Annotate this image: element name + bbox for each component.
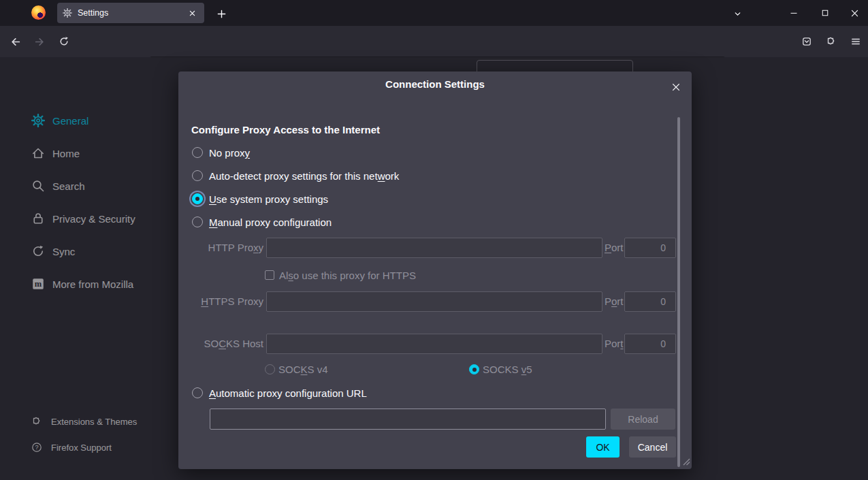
radio-manual-proxy[interactable]: Manual proxy configuration — [192, 215, 332, 229]
share-proxy-checkbox-row: Also use this proxy for HTTPS — [265, 269, 416, 281]
dialog-close-button[interactable] — [668, 79, 684, 95]
radio-label: Automatic proxy configuration URL — [209, 387, 367, 399]
radio-automatic-proxy-url[interactable]: Automatic proxy configuration URL — [192, 386, 367, 400]
radio-auto-detect-proxy[interactable]: Auto-detect proxy settings for this netw… — [192, 169, 399, 182]
radio-label: Use system proxy settings — [209, 193, 328, 205]
pocket-icon[interactable] — [797, 32, 816, 51]
https-port-label: Port — [605, 295, 624, 308]
tab-title: Settings — [78, 8, 108, 18]
dialog-heading: Configure Proxy Access to the Internet — [191, 124, 380, 135]
socks-v4-label: SOCKS v4 — [278, 364, 328, 376]
tab-settings[interactable]: Settings — [57, 3, 204, 23]
cancel-button[interactable]: Cancel — [629, 436, 676, 458]
socks-host-input — [266, 334, 602, 354]
ok-button[interactable]: OK — [586, 436, 620, 458]
socks-v5-label: SOCKS v5 — [483, 364, 532, 376]
firefox-logo-icon — [31, 5, 46, 20]
radio-label: Manual proxy configuration — [209, 217, 332, 228]
radio-circle — [192, 217, 203, 227]
window-minimize-button[interactable] — [778, 0, 809, 26]
reload-button[interactable] — [54, 32, 74, 51]
http-proxy-label: HTTP Proxy — [178, 242, 263, 254]
socks-port-label: Port — [605, 338, 624, 350]
radio-label: No proxy — [209, 147, 250, 159]
reload-button: Reload — [611, 409, 675, 430]
list-tabs-chevron-icon[interactable] — [728, 5, 747, 22]
radio-circle-selected — [192, 193, 203, 204]
radio-no-proxy[interactable]: No proxy — [192, 146, 250, 159]
tab-gear-icon — [63, 8, 72, 18]
dialog-resize-grip[interactable] — [681, 456, 690, 468]
https-proxy-input — [266, 291, 602, 312]
titlebar: Settings — [0, 0, 868, 26]
socks-v4-radio — [265, 364, 275, 374]
radio-circle — [192, 170, 203, 181]
new-tab-button[interactable] — [212, 5, 230, 22]
radio-label: Auto-detect proxy settings for this netw… — [209, 170, 399, 182]
menu-hamburger-icon[interactable] — [846, 32, 865, 51]
firefox-window: Settings — [0, 0, 868, 480]
https-port-input — [624, 291, 676, 312]
http-port-input — [624, 238, 676, 258]
dialog-title: Connection Settings — [178, 71, 692, 97]
connection-settings-dialog: Connection Settings Configure Proxy Acce… — [178, 71, 692, 469]
window-maximize-button[interactable] — [809, 0, 841, 26]
window-close-button[interactable] — [841, 0, 868, 26]
radio-circle — [192, 387, 203, 398]
dialog-scrollbar[interactable] — [677, 117, 680, 467]
radio-circle — [192, 147, 203, 158]
socks-v5-radio — [469, 364, 479, 374]
share-proxy-label: Also use this proxy for HTTPS — [279, 270, 416, 281]
forward-button[interactable] — [30, 32, 49, 51]
share-proxy-checkbox — [265, 270, 274, 280]
http-proxy-input — [266, 238, 602, 258]
autoproxy-url-input — [210, 409, 606, 430]
http-port-label: Port — [605, 242, 624, 254]
navigation-toolbar: Firefox about:preferences#advanced — [0, 26, 868, 57]
socks-host-label: SOCKS Host — [178, 338, 263, 350]
radio-use-system-proxy[interactable]: Use system proxy settings — [192, 192, 328, 206]
back-button[interactable] — [5, 32, 25, 51]
tab-close-icon[interactable] — [185, 6, 199, 20]
socks-port-input — [624, 334, 676, 354]
extensions-icon[interactable] — [822, 32, 841, 51]
https-proxy-label: HTTPS Proxy — [178, 295, 263, 308]
